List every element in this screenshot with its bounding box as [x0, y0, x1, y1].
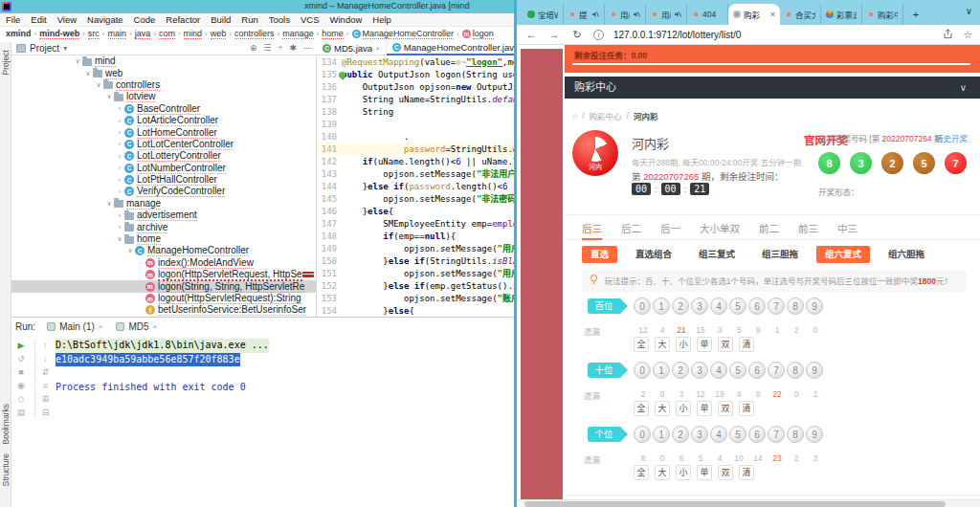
editor-tab[interactable]: CManageHomeController.java×: [387, 40, 514, 55]
breadcrumb-item[interactable]: com: [159, 29, 175, 39]
tree-item[interactable]: ∨CManageHomeController: [11, 245, 316, 256]
tree-item[interactable]: ›CLotLotCenterController: [11, 139, 316, 150]
tree-item[interactable]: ›CLotArticleController: [11, 115, 316, 126]
collapse-chevron-icon[interactable]: ∨: [960, 77, 967, 99]
quick-button[interactable]: 单: [697, 465, 712, 480]
tree-item[interactable]: ›CLotNumberController: [11, 163, 316, 174]
number-ball[interactable]: 0: [634, 298, 651, 315]
tree-chevron-icon[interactable]: ›: [115, 188, 124, 195]
number-ball[interactable]: 9: [806, 298, 823, 315]
home-icon[interactable]: ⌂: [572, 111, 577, 121]
browser-tab[interactable]: 用/: [605, 4, 646, 25]
tree-item[interactable]: ∨manage: [11, 198, 316, 209]
browser-tab[interactable]: 用/: [646, 4, 687, 25]
breadcrumb-item[interactable]: xmind: [6, 29, 32, 38]
tree-item[interactable]: ›CLotPtHallController: [11, 174, 316, 186]
page-sidebar-collapsed[interactable]: [521, 49, 563, 499]
browser-tab[interactable]: 购彩×: [728, 4, 780, 25]
code-editor[interactable]: 134@RequestMapping(value=⊙~"logon",metho…: [316, 55, 514, 317]
breadcrumb-item[interactable]: mind: [184, 29, 203, 39]
project-panel-header[interactable]: Project ▾ ⊕☰÷✱—: [11, 40, 316, 55]
quick-button[interactable]: 全: [634, 465, 649, 480]
url-text[interactable]: 127.0.0.1:9712/lot/lottery/list/0: [613, 30, 933, 40]
breadcrumb-item[interactable]: home: [322, 29, 344, 39]
browser-tab[interactable]: 宝塔W: [523, 4, 564, 25]
play-mode-button[interactable]: 组三复式: [690, 246, 744, 263]
browser-tab[interactable]: 提: [564, 4, 605, 25]
run-gutter-icon[interactable]: [339, 72, 345, 78]
tab-search-chevron-icon[interactable]: ∨: [966, 6, 972, 16]
tree-item[interactable]: ∨mind: [11, 55, 316, 67]
breadcrumb-item[interactable]: mlogon: [462, 29, 494, 39]
tree-chevron-icon[interactable]: ∨: [94, 81, 103, 89]
menu-help[interactable]: Help: [372, 14, 391, 25]
number-ball[interactable]: 7: [768, 362, 785, 379]
quick-button[interactable]: 双: [718, 465, 733, 480]
rerun-icon[interactable]: ▶: [18, 341, 25, 350]
browser-tab[interactable]: 彩票走: [821, 4, 862, 25]
play-tab[interactable]: 后一: [660, 219, 680, 240]
tool-button-project[interactable]: Project: [1, 50, 11, 75]
quick-button[interactable]: 单: [697, 337, 712, 352]
horizontal-scrollbar[interactable]: [517, 499, 980, 507]
run-tab[interactable]: MD5×: [116, 321, 157, 332]
tree-chevron-icon[interactable]: ›: [115, 165, 124, 171]
menu-navigate[interactable]: Navigate: [87, 14, 123, 25]
number-ball[interactable]: 5: [729, 298, 746, 315]
history-draws-link[interactable]: 历史开奖: [935, 132, 968, 143]
breadcrumb-item[interactable]: manage: [282, 29, 314, 39]
quick-button[interactable]: 小: [676, 337, 691, 352]
scrollbar-thumb[interactable]: [524, 501, 946, 507]
menu-window[interactable]: Window: [330, 14, 363, 25]
quick-button[interactable]: 大: [655, 465, 670, 480]
clear-all-icon[interactable]: ⊟: [42, 408, 50, 417]
tree-chevron-icon[interactable]: ∨: [104, 93, 114, 100]
number-ball[interactable]: 3: [691, 362, 708, 379]
tree-item[interactable]: ›CLotHomeController: [11, 126, 316, 138]
reload-icon[interactable]: ↻: [570, 29, 584, 41]
tree-chevron-icon[interactable]: ∨: [115, 235, 124, 243]
tree-item[interactable]: ∨lotview: [11, 91, 316, 102]
breadcrumb-item[interactable]: java: [135, 29, 151, 39]
hide-panel-icon[interactable]: —: [303, 43, 312, 53]
number-ball[interactable]: 1: [653, 426, 670, 443]
menu-run[interactable]: Run: [241, 14, 257, 25]
number-ball[interactable]: 0: [634, 426, 651, 443]
number-ball[interactable]: 1: [653, 362, 670, 379]
tree-item[interactable]: ∨home: [11, 233, 316, 245]
tree-chevron-icon[interactable]: ›: [115, 212, 124, 219]
menu-refactor[interactable]: Refactor: [166, 14, 200, 25]
breadcrumb-item[interactable]: 购彩中心: [590, 110, 622, 121]
new-tab-button[interactable]: +: [907, 6, 924, 23]
profiler-icon[interactable]: ◇: [18, 394, 25, 404]
tree-item[interactable]: ›CBaseController: [11, 103, 316, 115]
number-ball[interactable]: 1: [653, 298, 670, 315]
menu-tools[interactable]: Tools: [269, 14, 290, 25]
tree-item[interactable]: ›advertisement: [11, 209, 316, 221]
tree-item[interactable]: ∨web: [11, 67, 316, 78]
number-ball[interactable]: 2: [672, 298, 689, 315]
tree-chevron-icon[interactable]: ›: [115, 177, 124, 184]
breadcrumb-item[interactable]: mind-web: [39, 29, 79, 39]
play-mode-button[interactable]: 直选组合: [627, 246, 680, 263]
back-icon[interactable]: ←: [524, 29, 538, 40]
tree-item[interactable]: ›CLotLotteryController: [11, 150, 316, 162]
forward-icon[interactable]: →: [547, 29, 561, 40]
play-tab[interactable]: 前二: [759, 219, 779, 240]
number-ball[interactable]: 4: [710, 426, 727, 443]
browser-tab[interactable]: 404: [687, 4, 728, 25]
menu-build[interactable]: Build: [211, 14, 231, 25]
tree-chevron-icon[interactable]: ›: [115, 129, 124, 136]
dump-threads-icon[interactable]: ▤: [17, 408, 26, 417]
quick-button[interactable]: 全: [634, 337, 649, 352]
print-icon[interactable]: ⊞: [42, 394, 50, 404]
number-ball[interactable]: 7: [768, 426, 785, 443]
breadcrumb-item[interactable]: controllers: [234, 29, 275, 39]
tree-item[interactable]: ›archive: [11, 221, 316, 232]
play-mode-button[interactable]: 组三胆拖: [753, 246, 807, 263]
browser-tab[interactable]: 合买大: [780, 4, 821, 25]
down-stack-trace-icon[interactable]: ↓: [43, 354, 48, 364]
tree-chevron-icon[interactable]: ›: [115, 105, 124, 112]
run-tab[interactable]: Main (1)×: [47, 321, 102, 332]
number-ball[interactable]: 2: [672, 426, 689, 443]
